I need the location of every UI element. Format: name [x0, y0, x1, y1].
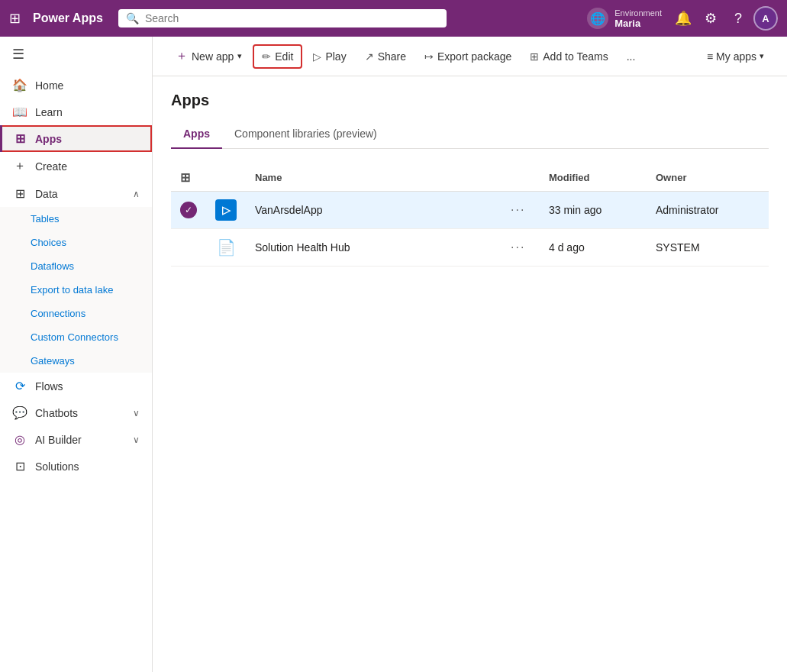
- sidebar-item-custom-connectors[interactable]: Custom Connectors: [0, 325, 152, 349]
- tab-apps[interactable]: Apps: [171, 121, 222, 149]
- sidebar-item-connections[interactable]: Connections: [0, 302, 152, 325]
- share-label: Share: [378, 50, 406, 63]
- export-label: Export package: [437, 50, 511, 63]
- avatar[interactable]: A: [753, 6, 778, 31]
- search-icon: 🔍: [126, 12, 139, 24]
- teams-icon: ⊞: [530, 50, 539, 63]
- grid-icon[interactable]: ⊞: [9, 10, 21, 27]
- new-app-label: New app: [192, 50, 234, 63]
- sidebar-item-learn[interactable]: 📖 Learn: [0, 99, 152, 125]
- learn-icon: 📖: [12, 105, 27, 119]
- sidebar-item-label: Learn: [35, 106, 63, 118]
- sidebar-item-gateways[interactable]: Gateways: [0, 349, 152, 373]
- create-icon: ＋: [12, 158, 27, 174]
- environment-label: Environment: [614, 8, 662, 18]
- app-modified: 33 min ago: [540, 192, 647, 229]
- new-app-chevron-icon: ▾: [237, 51, 242, 61]
- new-app-plus-icon: ＋: [176, 48, 188, 64]
- name-column-header: Name: [246, 164, 502, 192]
- sidebar-item-create[interactable]: ＋ Create: [0, 152, 152, 180]
- export-package-button[interactable]: ↦ Export package: [417, 46, 519, 67]
- sidebar-item-home[interactable]: 🏠 Home: [0, 72, 152, 99]
- app-logo: Power Apps: [33, 11, 103, 25]
- sidebar-item-label: Chatbots: [35, 407, 78, 419]
- custom-connectors-label: Custom Connectors: [31, 331, 118, 343]
- apps-icon: ⊞: [12, 131, 27, 146]
- help-icon[interactable]: ?: [726, 6, 750, 31]
- modified-column-header: Modified: [540, 164, 647, 192]
- ai-builder-icon: ◎: [12, 432, 27, 447]
- my-apps-button[interactable]: ≡ My apps ▾: [699, 46, 772, 67]
- select-all-icon[interactable]: ⊞: [180, 171, 190, 184]
- settings-icon[interactable]: ⚙: [698, 6, 723, 31]
- sidebar-item-ai-builder[interactable]: ◎ AI Builder ∨: [0, 426, 152, 453]
- search-input[interactable]: [145, 12, 439, 24]
- search-box[interactable]: 🔍: [118, 9, 447, 27]
- new-app-button[interactable]: ＋ New app ▾: [168, 44, 250, 69]
- connections-label: Connections: [31, 308, 85, 319]
- sidebar-item-dataflows[interactable]: Dataflows: [0, 254, 152, 278]
- app-name: VanArsdelApp: [246, 192, 502, 229]
- sidebar-item-export-lake[interactable]: Export to data lake: [0, 278, 152, 302]
- sidebar: ☰ 🏠 Home 📖 Learn ⊞ Apps ＋ Create ⊞ Data …: [0, 37, 153, 672]
- environment-icon: 🌐: [587, 8, 608, 29]
- add-to-teams-button[interactable]: ⊞ Add to Teams: [522, 46, 615, 67]
- apps-table: ⊞ Name Modified Owner ✓: [171, 164, 769, 267]
- sidebar-item-label: AI Builder: [35, 434, 82, 446]
- tab-component-libraries[interactable]: Component libraries (preview): [222, 121, 389, 149]
- sidebar-item-label: Create: [35, 160, 67, 173]
- row-more-button[interactable]: ···: [511, 203, 525, 216]
- play-label: Play: [325, 50, 346, 63]
- right-panel: ＋ New app ▾ ✏ Edit ▷ Play ↗ Share ↦ Expo…: [153, 37, 787, 672]
- list-icon: ≡: [707, 50, 713, 63]
- sidebar-item-choices[interactable]: Choices: [0, 231, 152, 254]
- sidebar-item-tables[interactable]: Tables: [0, 207, 152, 231]
- notification-icon[interactable]: 🔔: [671, 6, 695, 31]
- home-icon: 🏠: [12, 78, 27, 92]
- add-to-teams-label: Add to Teams: [543, 50, 608, 63]
- export-lake-label: Export to data lake: [31, 284, 113, 296]
- page-title: Apps: [171, 92, 769, 109]
- sidebar-collapse-btn[interactable]: ☰: [0, 37, 152, 72]
- sidebar-item-solutions[interactable]: ⊡ Solutions: [0, 453, 152, 480]
- app-icon-blue: ▷: [215, 199, 237, 221]
- tables-label: Tables: [31, 213, 60, 225]
- ai-builder-expand-icon: ∨: [133, 435, 140, 445]
- app-icon-doc: 📄: [215, 237, 237, 258]
- gateways-label: Gateways: [31, 355, 75, 367]
- sidebar-submenu-data: Tables Choices Dataflows Export to data …: [0, 207, 152, 373]
- flows-icon: ⟳: [12, 379, 27, 393]
- sidebar-item-label: Data: [35, 188, 58, 200]
- my-apps-chevron-icon: ▾: [760, 51, 764, 61]
- content-area: Apps Apps Component libraries (preview) …: [153, 76, 787, 672]
- share-button[interactable]: ↗ Share: [357, 46, 414, 67]
- sidebar-item-chatbots[interactable]: 💬 Chatbots ∨: [0, 399, 152, 426]
- edit-label: Edit: [275, 50, 293, 63]
- sidebar-item-flows[interactable]: ⟳ Flows: [0, 373, 152, 399]
- topbar: ⊞ Power Apps 🔍 🌐 Environment Maria 🔔 ⚙ ?…: [0, 0, 787, 37]
- export-icon: ↦: [424, 50, 434, 63]
- play-button[interactable]: ▷ Play: [305, 46, 353, 67]
- table-row[interactable]: 📄 Solution Health Hub ··· 4 d ago SYSTEM: [171, 229, 769, 267]
- app-owner: Administrator: [647, 192, 769, 229]
- share-icon: ↗: [365, 50, 374, 63]
- main-layout: ☰ 🏠 Home 📖 Learn ⊞ Apps ＋ Create ⊞ Data …: [0, 37, 787, 672]
- environment-name: Maria: [614, 18, 662, 29]
- owner-column-header: Owner: [647, 164, 769, 192]
- environment-info: 🌐 Environment Maria: [587, 8, 662, 29]
- chatbots-icon: 💬: [12, 405, 27, 420]
- row-more-button[interactable]: ···: [511, 241, 525, 254]
- more-dots-icon: ...: [627, 50, 636, 63]
- more-button[interactable]: ...: [619, 46, 643, 67]
- sidebar-item-data[interactable]: ⊞ Data ∧: [0, 180, 152, 207]
- edit-pencil-icon: ✏: [262, 50, 271, 63]
- edit-button[interactable]: ✏ Edit: [253, 44, 302, 69]
- table-row[interactable]: ✓ ▷ VanArsdelApp ··· 33 min ago Administ…: [171, 192, 769, 229]
- sidebar-item-apps[interactable]: ⊞ Apps: [0, 125, 152, 152]
- choices-label: Choices: [31, 237, 66, 248]
- app-owner: SYSTEM: [647, 229, 769, 267]
- app-name: Solution Health Hub: [246, 229, 502, 267]
- play-icon: ▷: [313, 50, 321, 63]
- data-icon: ⊞: [12, 186, 27, 201]
- chatbots-expand-icon: ∨: [133, 408, 140, 418]
